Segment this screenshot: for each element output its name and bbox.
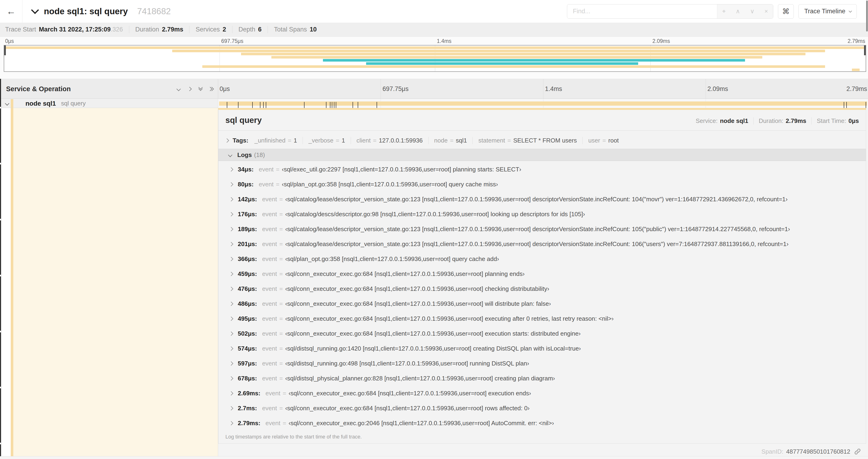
logs-label: Logs <box>237 151 252 159</box>
log-row[interactable]: 80μs: event = ‹sql/plan_opt.go:358 [nsql… <box>225 177 859 192</box>
tag-equals: = <box>373 137 376 144</box>
prev-match-icon[interactable]: ∧ <box>736 8 740 15</box>
detail-left-gutter <box>0 108 218 456</box>
minimap-span-bar <box>852 69 860 71</box>
collapse-all-icon[interactable] <box>199 88 202 90</box>
log-row[interactable]: 597μs: event = ‹sql/distsql_running.go:4… <box>225 356 859 371</box>
log-row[interactable]: 2.7ms: event = ‹sql/conn_executor_exec.g… <box>225 401 859 416</box>
deep-link-icon[interactable] <box>854 448 861 455</box>
overview-value: 2.79ms <box>786 117 806 125</box>
tags-list: _unfinished = 1 _verbose = 1 client <box>254 137 619 144</box>
next-match-icon[interactable]: ∨ <box>750 8 754 15</box>
log-row[interactable]: 502μs: event = ‹sql/conn_executor_exec.g… <box>225 326 859 341</box>
stat-label: Duration <box>135 26 159 33</box>
log-equals: = <box>279 270 283 277</box>
tag-value: sql1 <box>456 137 467 144</box>
timeline-tick-label: 2.09ms <box>708 85 728 93</box>
log-timestamp: 189μs: <box>238 226 257 233</box>
log-row[interactable]: 189μs: event = ‹sql/catalog/lease/descri… <box>225 222 859 236</box>
log-row[interactable]: 142μs: event = ‹sql/catalog/lease/descri… <box>225 192 859 207</box>
log-field-key: event <box>262 360 277 367</box>
collapse-controls <box>177 88 213 91</box>
log-field-value: ‹sql/conn_executor_exec.go:2046 [nsql1,c… <box>289 420 554 427</box>
span-row[interactable]: node sql1 sql query <box>0 99 868 108</box>
tag-item: _unfinished = 1 <box>254 137 297 144</box>
log-timestamp: 2.69ms: <box>238 390 260 397</box>
collapse-one-icon[interactable] <box>177 88 180 91</box>
trace-stat: Duration 2.79ms <box>129 26 183 33</box>
chevron-right-icon <box>229 421 233 425</box>
logs-list: 34μs: event = ‹sql/exec_util.go:2297 [ns… <box>225 162 859 431</box>
log-row[interactable]: 459μs: event = ‹sql/conn_executor_exec.g… <box>225 266 859 281</box>
logs-footer-note: Log timestamps are relative to the start… <box>225 434 859 440</box>
find-controls: ⌖ ∧ ∨ × <box>717 4 773 19</box>
log-row[interactable]: 678μs: event = ‹sql/distsql_physical_pla… <box>225 371 859 386</box>
range-scrubber-left-handle[interactable] <box>4 45 6 55</box>
minimap-tick-label: 0μs <box>5 38 14 44</box>
left-gutter-line <box>1 79 2 456</box>
timeline-header: Service & Operation 0μs697.75μs1.4ms2.09… <box>0 79 868 99</box>
log-row[interactable]: 201μs: event = ‹sql/catalog/lease/descri… <box>225 236 859 252</box>
locate-icon[interactable]: ⌖ <box>722 8 726 15</box>
expand-all-icon[interactable] <box>210 88 213 91</box>
bottom-scrollbar-track[interactable] <box>0 456 868 459</box>
log-row[interactable]: 2.69ms: event = ‹sql/conn_executor_exec.… <box>225 386 859 401</box>
tag-item: statement = SELECT * FROM users <box>472 137 577 144</box>
span-operation-name: sql query <box>61 100 86 107</box>
log-row[interactable]: 476μs: event = ‹sql/conn_executor_exec.g… <box>225 281 859 296</box>
top-bar: ← node sql1: sql query 7418682 ⌖ ∧ ∨ × ⌘… <box>0 0 868 23</box>
minimap-tick-label: 2.79ms <box>848 38 865 44</box>
trace-title-toggle[interactable]: node sql1: sql query 7418682 <box>32 6 171 16</box>
log-timestamp: 678μs: <box>238 375 257 382</box>
log-row[interactable]: 34μs: event = ‹sql/exec_util.go:2297 [ns… <box>225 162 859 177</box>
log-timestamp: 366μs: <box>238 255 257 263</box>
log-row[interactable]: 2.79ms: event = ‹sql/conn_executor_exec.… <box>225 416 859 431</box>
expand-one-icon[interactable] <box>188 88 191 91</box>
minimap-span-bar <box>241 53 805 55</box>
minimap-ruler: 0μs697.75μs1.4ms2.09ms2.79ms <box>4 38 866 44</box>
stat-value: March 31 2022, 17:25:09.326 <box>39 26 123 33</box>
minimap-tick-label: 2.09ms <box>652 38 670 44</box>
log-row[interactable]: 486μs: event = ‹sql/conn_executor_exec.g… <box>225 296 859 311</box>
log-timestamp: 176μs: <box>238 210 257 218</box>
log-row[interactable]: 495μs: event = ‹sql/conn_executor_exec.g… <box>225 311 859 326</box>
log-field-value: ‹sql/exec_util.go:2297 [nsql1,client=127… <box>282 166 521 173</box>
page-scrollbar-thumb[interactable] <box>866 0 868 31</box>
minimap-span-bar <box>271 56 762 59</box>
log-field-key: event <box>262 330 277 337</box>
trace-id: 7418682 <box>137 6 171 16</box>
stat-label: Trace Start <box>5 26 36 33</box>
tag-key: statement <box>478 137 505 144</box>
chevron-right-icon <box>229 197 233 201</box>
log-row[interactable]: 366μs: event = ‹sql/plan_opt.go:358 [nsq… <box>225 252 859 266</box>
trace-stat: Trace Start March 31 2022, 17:25:09.326 <box>5 26 123 33</box>
logs-header[interactable]: Logs (18) <box>218 149 866 161</box>
tags-row[interactable]: Tags: _unfinished = 1 _verbose = 1 <box>225 136 859 145</box>
clear-search-icon[interactable]: × <box>765 8 768 15</box>
log-row[interactable]: 176μs: event = ‹sql/catalog/descs/descri… <box>225 207 859 222</box>
detail-operation-title: sql query <box>225 116 262 125</box>
minimap-canvas[interactable] <box>4 45 866 72</box>
tag-key: node <box>434 137 448 144</box>
span-timeline-cell[interactable] <box>218 99 868 108</box>
timeline-tick-label: 1.4ms <box>545 85 562 93</box>
span-name-cell[interactable]: node sql1 sql query <box>0 99 218 108</box>
minimap-span-bar <box>202 65 825 68</box>
log-equals: = <box>279 196 283 203</box>
span-duration-bar[interactable] <box>219 101 867 106</box>
log-row[interactable]: 574μs: event = ‹sql/distsql_running.go:1… <box>225 341 859 356</box>
stat-value: 2.79ms <box>162 26 183 33</box>
chevron-right-icon <box>225 138 229 142</box>
view-selector-button[interactable]: Trace Timeline <box>799 4 857 19</box>
log-field-value: ‹sql/distsql_physical_planner.go:828 [ns… <box>285 375 555 382</box>
spanid-value: 4877749850101760812 <box>786 448 850 455</box>
detail-row-highlight <box>13 108 218 456</box>
chevron-right-icon <box>229 287 233 291</box>
keyboard-shortcuts-button[interactable]: ⌘ <box>778 4 794 19</box>
tag-equals: = <box>450 137 453 144</box>
range-scrubber-right-handle[interactable] <box>864 45 866 55</box>
chevron-down-icon[interactable] <box>5 101 9 105</box>
log-field-key: event <box>262 405 277 412</box>
back-button[interactable]: ← <box>0 0 22 23</box>
search-input[interactable] <box>567 4 717 19</box>
